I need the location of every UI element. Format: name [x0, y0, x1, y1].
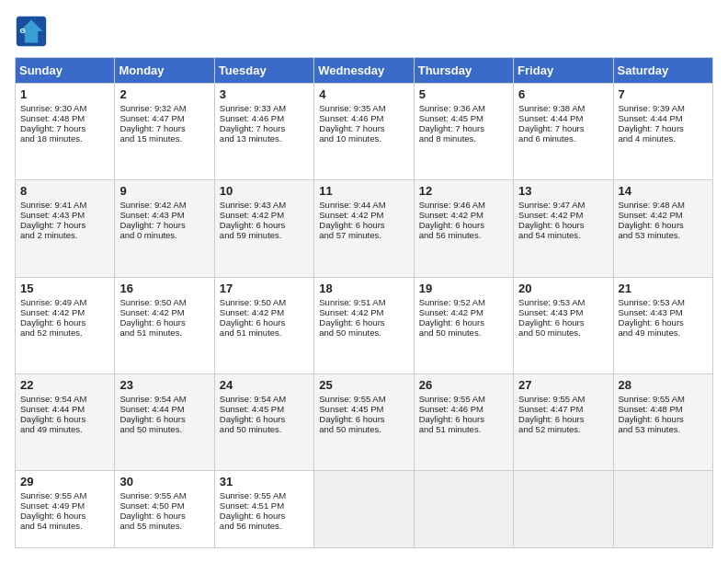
day-info-line: Sunset: 4:44 PM — [20, 404, 109, 414]
day-info-line: Sunset: 4:51 PM — [220, 500, 309, 511]
calendar-cell: 5Sunrise: 9:36 AMSunset: 4:45 PMDaylight… — [414, 84, 513, 180]
day-info-line: Sunrise: 9:38 AM — [518, 103, 608, 113]
day-info-line: Sunrise: 9:41 AM — [20, 200, 109, 210]
day-number: 29 — [20, 475, 109, 488]
day-info-line: Sunrise: 9:49 AM — [20, 297, 109, 307]
calendar-cell: 6Sunrise: 9:38 AMSunset: 4:44 PMDaylight… — [514, 84, 613, 180]
day-info-line: Sunset: 4:43 PM — [619, 307, 708, 317]
day-info-line: Sunset: 4:42 PM — [119, 307, 209, 317]
day-number: 5 — [419, 87, 508, 101]
day-info-line: Sunrise: 9:54 AM — [119, 394, 209, 404]
day-info-line: and 52 minutes. — [20, 327, 109, 338]
calendar-cell: 9Sunrise: 9:42 AMSunset: 4:43 PMDaylight… — [115, 180, 214, 277]
day-info-line: Sunset: 4:47 PM — [518, 404, 608, 414]
day-info-line: and 53 minutes. — [619, 424, 708, 434]
day-number: 18 — [319, 282, 408, 295]
day-number: 13 — [518, 184, 608, 198]
calendar-cell — [514, 471, 613, 548]
day-info-line: and 8 minutes. — [419, 133, 508, 144]
day-info-line: Daylight: 6 hours — [319, 220, 408, 230]
day-info-line: Daylight: 6 hours — [220, 220, 309, 230]
calendar-cell: 27Sunrise: 9:55 AMSunset: 4:47 PMDayligh… — [514, 373, 613, 470]
day-info-line: and 13 minutes. — [220, 133, 309, 144]
day-info-line: Sunset: 4:48 PM — [20, 113, 109, 123]
day-info-line: Daylight: 7 hours — [319, 123, 408, 133]
calendar-table: SundayMondayTuesdayWednesdayThursdayFrid… — [15, 57, 713, 548]
calendar-cell: 11Sunrise: 9:44 AMSunset: 4:42 PMDayligh… — [314, 180, 414, 277]
day-info-line: and 59 minutes. — [220, 230, 309, 240]
day-info-line: Daylight: 7 hours — [119, 123, 209, 133]
day-info-line: Daylight: 6 hours — [518, 414, 608, 424]
day-info-line: Daylight: 7 hours — [20, 123, 109, 133]
day-info-line: Daylight: 6 hours — [319, 317, 408, 327]
calendar-cell: 22Sunrise: 9:54 AMSunset: 4:44 PMDayligh… — [16, 373, 115, 470]
calendar-cell: 28Sunrise: 9:55 AMSunset: 4:48 PMDayligh… — [613, 373, 712, 470]
day-info-line: Sunset: 4:46 PM — [319, 113, 408, 123]
calendar-cell: 2Sunrise: 9:32 AMSunset: 4:47 PMDaylight… — [115, 84, 214, 180]
day-info-line: Sunset: 4:45 PM — [319, 404, 408, 414]
day-number: 22 — [20, 378, 109, 392]
day-number: 20 — [518, 282, 608, 295]
day-info-line: Sunset: 4:42 PM — [518, 210, 608, 220]
calendar-cell: 24Sunrise: 9:54 AMSunset: 4:45 PMDayligh… — [214, 373, 313, 470]
day-info-line: Sunset: 4:42 PM — [619, 210, 708, 220]
calendar-cell — [613, 471, 712, 548]
day-info-line: Sunset: 4:42 PM — [220, 210, 309, 220]
calendar-cell: 4Sunrise: 9:35 AMSunset: 4:46 PMDaylight… — [314, 84, 414, 180]
day-info-line: Sunset: 4:42 PM — [419, 307, 508, 317]
day-number: 7 — [619, 87, 708, 101]
day-info-line: Sunrise: 9:46 AM — [419, 200, 508, 210]
day-info-line: Sunset: 4:46 PM — [419, 404, 508, 414]
calendar-cell: 19Sunrise: 9:52 AMSunset: 4:42 PMDayligh… — [414, 277, 513, 373]
day-info-line: Sunrise: 9:55 AM — [419, 394, 508, 404]
day-info-line: Daylight: 6 hours — [619, 317, 708, 327]
day-info-line: Daylight: 6 hours — [419, 317, 508, 327]
day-info-line: Sunrise: 9:54 AM — [220, 394, 309, 404]
day-info-line: and 49 minutes. — [619, 327, 708, 338]
weekday-header-sunday: Sunday — [16, 58, 115, 84]
day-info-line: Daylight: 6 hours — [619, 220, 708, 230]
calendar-cell: 14Sunrise: 9:48 AMSunset: 4:42 PMDayligh… — [613, 180, 712, 277]
day-number: 27 — [518, 378, 608, 392]
calendar-cell: 30Sunrise: 9:55 AMSunset: 4:50 PMDayligh… — [115, 471, 214, 548]
weekday-header-thursday: Thursday — [414, 58, 513, 84]
header: G — [15, 15, 713, 48]
day-info-line: and 56 minutes. — [419, 230, 508, 240]
day-info-line: Sunrise: 9:36 AM — [419, 103, 508, 113]
day-info-line: Sunset: 4:42 PM — [319, 210, 408, 220]
calendar-cell: 29Sunrise: 9:55 AMSunset: 4:49 PMDayligh… — [16, 471, 115, 548]
day-info-line: Sunrise: 9:53 AM — [619, 297, 708, 307]
weekday-header-row: SundayMondayTuesdayWednesdayThursdayFrid… — [16, 58, 713, 84]
weekday-header-monday: Monday — [115, 58, 214, 84]
day-number: 1 — [20, 87, 109, 101]
week-row-2: 8Sunrise: 9:41 AMSunset: 4:43 PMDaylight… — [16, 180, 713, 277]
day-info-line: Sunrise: 9:50 AM — [119, 297, 209, 307]
day-info-line: Daylight: 6 hours — [119, 317, 209, 327]
calendar-cell: 20Sunrise: 9:53 AMSunset: 4:43 PMDayligh… — [514, 277, 613, 373]
day-number: 17 — [220, 282, 309, 295]
day-info-line: Sunrise: 9:39 AM — [619, 103, 708, 113]
day-info-line: Daylight: 6 hours — [518, 317, 608, 327]
day-info-line: Sunrise: 9:52 AM — [419, 297, 508, 307]
calendar-cell — [414, 471, 513, 548]
day-info-line: and 4 minutes. — [619, 133, 708, 144]
day-number: 10 — [220, 184, 309, 198]
day-info-line: Daylight: 6 hours — [518, 220, 608, 230]
logo-icon: G — [15, 15, 48, 48]
day-info-line: Daylight: 6 hours — [119, 511, 209, 521]
day-info-line: and 50 minutes. — [119, 424, 209, 434]
day-info-line: Sunrise: 9:35 AM — [319, 103, 408, 113]
day-info-line: and 50 minutes. — [419, 327, 508, 338]
svg-text:G: G — [19, 27, 25, 35]
day-info-line: Daylight: 7 hours — [419, 123, 508, 133]
day-info-line: and 6 minutes. — [518, 133, 608, 144]
day-info-line: Sunrise: 9:43 AM — [220, 200, 309, 210]
day-info-line: Sunrise: 9:44 AM — [319, 200, 408, 210]
day-info-line: Sunset: 4:42 PM — [220, 307, 309, 317]
day-info-line: Sunset: 4:44 PM — [119, 404, 209, 414]
day-info-line: Daylight: 7 hours — [220, 123, 309, 133]
day-info-line: Sunrise: 9:55 AM — [319, 394, 408, 404]
calendar-cell: 10Sunrise: 9:43 AMSunset: 4:42 PMDayligh… — [214, 180, 313, 277]
day-info-line: and 50 minutes. — [319, 327, 408, 338]
calendar-cell: 8Sunrise: 9:41 AMSunset: 4:43 PMDaylight… — [16, 180, 115, 277]
